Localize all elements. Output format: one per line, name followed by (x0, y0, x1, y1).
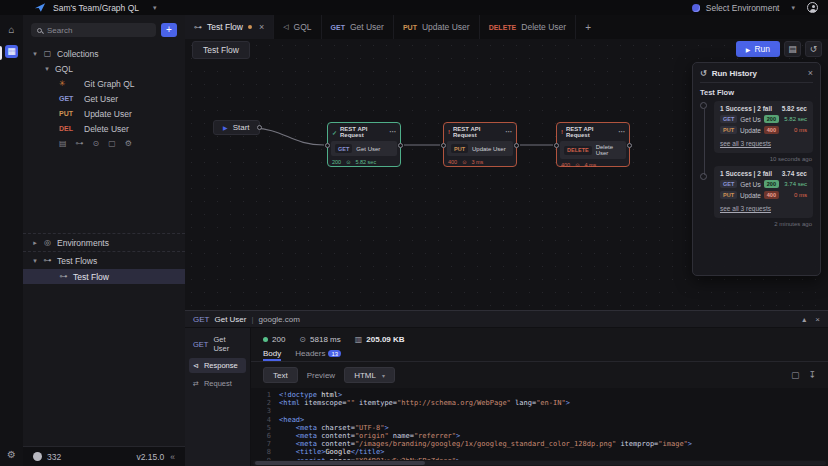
run-timeline (700, 101, 709, 270)
response-time: 5818 ms (310, 335, 341, 344)
search-box[interactable] (31, 23, 156, 37)
more-icon[interactable]: ⋯ (389, 130, 396, 134)
gear-icon[interactable]: ⚙ (125, 139, 132, 148)
response-panel-header: GET Get User | google.com ▴ × (185, 311, 828, 328)
select-environment-button[interactable]: Select Environment (706, 3, 780, 13)
sidebar-item-test-flow[interactable]: ⊶ Test Flow (23, 269, 185, 284)
sidebar-item-get-user[interactable]: GET Get User (23, 91, 185, 106)
response-panel: GET Get User | google.com ▴ × GET Get Us… (185, 310, 828, 466)
preview-button[interactable]: Preview (307, 371, 335, 380)
tab-update-user[interactable]: PUT Update User (394, 15, 480, 39)
content-type-value: HTML (354, 371, 376, 380)
expand-panel-icon[interactable]: ▴ (802, 315, 806, 324)
more-icon[interactable]: ⋯ (618, 130, 625, 134)
environment-caret-icon[interactable]: ▾ (791, 4, 795, 12)
collapse-sidebar-icon[interactable]: « (170, 452, 175, 462)
request-host: google.com (259, 315, 300, 324)
request-name: Get User (740, 116, 761, 123)
workspace-caret-icon[interactable]: ▾ (153, 4, 157, 12)
elapsed-time: 4 ms (584, 162, 596, 168)
output-port[interactable] (257, 125, 262, 130)
settings-gear-icon[interactable]: ⚙ (7, 449, 16, 460)
flow-icon[interactable]: ⊶ (76, 139, 84, 148)
download-icon[interactable]: ↧ (808, 370, 816, 380)
search-input[interactable] (47, 26, 150, 35)
flow-canvas[interactable]: Test Flow ▶ Run ▤ ↺ ▶ Start (185, 39, 828, 310)
run-summary: 1 Success | 2 fail (720, 105, 772, 112)
input-port[interactable] (325, 143, 330, 148)
sidebar-item-update-user[interactable]: PUT Update User (23, 106, 185, 121)
node-request-chip[interactable]: DELETE Delete User (560, 141, 626, 159)
clock-icon[interactable]: ⊙ (93, 139, 100, 148)
tab-get-user[interactable]: GET Get User (322, 15, 394, 39)
tab-test-flow[interactable]: ⊶ Test Flow × (185, 15, 274, 39)
node-rest-api-request-get[interactable]: ✓ REST API Request ⋯ GET Get User 200 ⊙ … (327, 122, 401, 167)
new-tab-button[interactable]: + (576, 15, 600, 39)
more-icon[interactable]: ⋯ (505, 130, 512, 134)
caret-down-icon[interactable]: ▾ (32, 257, 38, 265)
sidebar-item-collections[interactable]: ▾ ▢ Collections (23, 46, 185, 61)
sidebar-item-gql-folder[interactable]: ▾ GQL (23, 61, 185, 76)
node-rest-api-request-delete[interactable]: ! REST API Request ⋯ DELETE Delete User … (556, 122, 630, 167)
method-label: PUT (451, 144, 468, 153)
add-button[interactable]: + (161, 23, 177, 37)
nav-item-response[interactable]: ⊲ Response (189, 358, 246, 373)
caret-down-icon[interactable]: ▾ (44, 65, 50, 73)
docs-icon[interactable]: ▤ (59, 139, 67, 148)
output-port[interactable] (627, 143, 632, 148)
github-star-count[interactable]: 332 (47, 452, 61, 462)
fold-caret-icon[interactable]: ▾ (271, 457, 279, 460)
response-tabs: Body Headers 13 (251, 347, 828, 362)
content-type-dropdown[interactable]: HTML ▾ (344, 367, 395, 383)
github-icon[interactable] (33, 452, 42, 461)
close-tab-icon[interactable]: × (259, 22, 264, 32)
node-rest-api-request-put[interactable]: ! REST API Request ⋯ PUT Update User 400… (443, 122, 517, 167)
caret-down-icon[interactable]: ▾ (32, 50, 38, 58)
home-icon[interactable]: ⌂ (8, 25, 14, 35)
input-port[interactable] (441, 143, 446, 148)
see-all-requests-link[interactable]: see all 3 requests (720, 140, 771, 147)
app-logo-icon (34, 2, 46, 13)
text-view-button[interactable]: Text (263, 367, 298, 383)
node-request-chip[interactable]: GET Get User (331, 141, 397, 156)
run-history-button[interactable]: ↺ (805, 41, 822, 57)
request-time: 0 ms (782, 127, 807, 133)
tab-delete-user[interactable]: DELETE Delete User (480, 15, 577, 39)
test-flows-icon: ⊶ (43, 256, 52, 265)
sidebar-item-delete-user[interactable]: DEL Delete User (23, 121, 185, 136)
tab-body[interactable]: Body (263, 349, 281, 361)
sidebar-section-environments[interactable]: ▸ ◎ Environments (23, 234, 185, 251)
sidebar-item-git-graph-ql[interactable]: ✳ Git Graph QL (23, 76, 185, 91)
copy-icon[interactable]: ▢ (108, 139, 116, 148)
scrollbar-thumb[interactable] (255, 461, 425, 465)
method-label: PUT (59, 110, 79, 117)
caret-right-icon[interactable]: ▸ (32, 239, 38, 247)
run-card[interactable]: 1 Success | 2 fail 5.82 sec GET Get User (714, 101, 813, 153)
input-port[interactable] (554, 143, 559, 148)
workspace-name[interactable]: Sam's Team/Graph QL (53, 3, 139, 13)
clock-icon: ⊙ (346, 159, 350, 165)
sidebar-section-test-flows[interactable]: ▾ ⊶ Test Flows (23, 252, 185, 269)
horizontal-scrollbar[interactable] (253, 461, 826, 465)
see-all-requests-link[interactable]: see all 3 requests (720, 205, 771, 212)
tab-gql[interactable]: ◁ GQL (274, 15, 321, 39)
node-request-chip[interactable]: PUT Update User (447, 141, 513, 156)
close-panel-icon[interactable]: × (815, 315, 820, 324)
request-name: Get User (84, 94, 118, 104)
output-port[interactable] (398, 143, 403, 148)
request-name: Delete User (84, 124, 129, 134)
tab-headers[interactable]: Headers 13 (295, 349, 341, 361)
run-button[interactable]: ▶ Run (736, 41, 780, 57)
save-flow-button[interactable]: ▤ (784, 41, 801, 57)
output-port[interactable] (514, 143, 519, 148)
copy-icon[interactable]: ▢ (791, 370, 800, 380)
user-avatar[interactable] (807, 2, 818, 13)
start-node[interactable]: ▶ Start (213, 120, 260, 135)
nav-item-request[interactable]: ⇄ Request (189, 376, 246, 391)
close-icon[interactable]: × (808, 68, 813, 78)
projects-icon[interactable]: ▦ (5, 45, 18, 58)
run-card[interactable]: 1 Success | 2 fail 3.74 sec GET Get User (714, 166, 813, 218)
code-line: 8 <title>Google</title> (251, 448, 828, 456)
code-editor[interactable]: 1 <!doctype html> 2 <html itemscope="" i… (251, 388, 828, 460)
code-text: <head> (279, 416, 304, 424)
